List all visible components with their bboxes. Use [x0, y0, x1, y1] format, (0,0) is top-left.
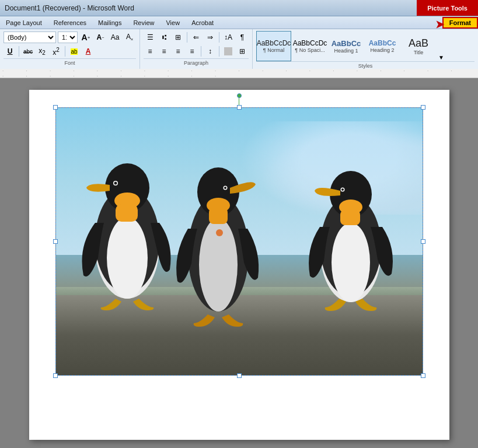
styles-section: AaBbCcDc ¶ Normal AaBbCcDc ¶ No Spaci...…: [253, 29, 478, 69]
font-grow-btn[interactable]: A+: [79, 31, 92, 44]
shading-btn[interactable]: [222, 45, 235, 58]
bullets-icon: ☰: [147, 33, 153, 41]
handle-top-right[interactable]: [421, 105, 425, 110]
font-size-combo[interactable]: 11: [58, 32, 78, 43]
bold-btn[interactable]: U: [4, 45, 16, 58]
title-bar: Document1 (Recovered) - Microsoft Word P…: [0, 0, 478, 16]
pilcrow-icon: ¶: [240, 33, 244, 41]
format-tab-label: Format: [449, 19, 471, 26]
handle-bottom-center[interactable]: [237, 373, 242, 378]
font-color-icon: A: [86, 47, 91, 55]
document-wrapper[interactable]: [0, 78, 478, 448]
font-section-label: Font: [4, 58, 136, 67]
style-no-spacing-preview: AaBbCcDc: [293, 39, 327, 47]
para-row2: ≡ ≡ ≡ ≡ ↕ ⊞: [144, 45, 249, 58]
handle-mid-right[interactable]: [421, 239, 425, 244]
clear-formatting-btn[interactable]: A×: [123, 31, 136, 44]
style-no-spacing-label: ¶ No Spaci...: [295, 47, 325, 53]
format-text-icon: Aa: [111, 33, 120, 41]
handle-bottom-right[interactable]: [421, 373, 425, 378]
font-shrink-btn[interactable]: A−: [94, 31, 107, 44]
style-normal-preview: AaBbCcDc: [257, 39, 291, 47]
show-marks-btn[interactable]: ¶: [236, 31, 249, 44]
para-row1: ☰ ⑆ ⊞ ⇐ ⇒ ↕A ¶: [144, 31, 249, 44]
bold-icon: U: [8, 47, 13, 55]
superscript-btn[interactable]: x2: [50, 45, 62, 58]
decrease-indent-btn[interactable]: ⇐: [190, 31, 203, 44]
font-section: (Body) 11 A+ A− Aa A×: [0, 29, 140, 69]
strikethrough-icon: abc: [23, 48, 33, 55]
handle-bottom-left[interactable]: [53, 373, 58, 378]
sort-btn[interactable]: ↕A: [222, 31, 235, 44]
sep4: [219, 32, 219, 43]
highlight-icon: ab: [71, 48, 77, 55]
font-name-combo[interactable]: (Body): [4, 32, 56, 43]
tab-mailings[interactable]: Mailings: [92, 16, 127, 29]
paragraph-section: ☰ ⑆ ⊞ ⇐ ⇒ ↕A ¶: [140, 29, 253, 69]
align-left-icon: ≡: [148, 47, 152, 55]
style-title-preview: AaB: [409, 37, 428, 50]
font-row1: (Body) 11 A+ A− Aa A×: [4, 31, 136, 44]
multilevel-btn[interactable]: ⊞: [172, 31, 184, 44]
tab-view[interactable]: View: [160, 16, 186, 29]
handle-mid-left[interactable]: [53, 239, 58, 244]
borders-btn[interactable]: ⊞: [236, 45, 249, 58]
font-format-btn[interactable]: Aa: [109, 31, 121, 44]
image-frame[interactable]: [55, 107, 423, 376]
multilevel-icon: ⊞: [175, 33, 181, 41]
shrink-icon: A: [97, 33, 102, 41]
align-right-btn[interactable]: ≡: [172, 45, 184, 58]
subscript-icon: x2: [39, 47, 46, 56]
rotate-handle[interactable]: [237, 93, 242, 98]
line-spacing-icon: ↕: [208, 47, 212, 55]
bullets-btn[interactable]: ☰: [144, 31, 156, 44]
shading-icon: [224, 47, 232, 55]
svg-point-7: [114, 182, 117, 185]
picture-tools-tab[interactable]: Picture Tools: [417, 0, 478, 16]
strikethrough-btn[interactable]: abc: [22, 45, 34, 58]
tab-references[interactable]: References: [48, 16, 92, 29]
tab-format[interactable]: Format: [442, 17, 478, 29]
svg-point-15: [216, 229, 223, 236]
style-no-spacing[interactable]: AaBbCcDc ¶ No Spaci...: [292, 31, 327, 61]
penguin-left-svg: [78, 141, 177, 316]
svg-point-18: [332, 223, 370, 302]
style-normal[interactable]: AaBbCcDc ¶ Normal: [256, 31, 291, 61]
sep1: [19, 46, 19, 57]
style-heading2[interactable]: AaBbCc Heading 2: [365, 31, 400, 61]
center-btn[interactable]: ≡: [158, 45, 170, 58]
sep2: [65, 46, 65, 57]
numbering-icon: ⑆: [162, 33, 166, 41]
sep5: [201, 46, 201, 57]
numbering-btn[interactable]: ⑆: [158, 31, 170, 44]
increase-indent-icon: ⇒: [207, 33, 213, 41]
grow-icon: A: [82, 33, 88, 42]
sort-icon: ↕A: [224, 33, 232, 41]
font-color-btn[interactable]: A: [82, 45, 95, 58]
paragraph-section-label: Paragraph: [144, 58, 249, 67]
styles-gallery: AaBbCcDc ¶ Normal AaBbCcDc ¶ No Spaci...…: [256, 31, 474, 61]
tab-acrobat[interactable]: Acrobat: [186, 16, 219, 29]
sep6: [219, 46, 219, 57]
tab-strip: Page Layout References Mailings Review V…: [0, 16, 478, 29]
justify-btn[interactable]: ≡: [186, 45, 198, 58]
style-heading1[interactable]: AaBbCc Heading 1: [329, 31, 364, 61]
handle-top-center[interactable]: [237, 105, 242, 110]
svg-rect-5: [116, 204, 138, 222]
increase-indent-btn[interactable]: ⇒: [204, 31, 217, 44]
style-title[interactable]: AaB Title: [401, 31, 436, 61]
style-title-label: Title: [414, 50, 424, 55]
tab-page-layout[interactable]: Page Layout: [0, 16, 48, 29]
subscript-btn[interactable]: x2: [36, 45, 48, 58]
handle-top-left[interactable]: [53, 105, 58, 110]
penguin-image: [55, 107, 423, 376]
style-heading1-preview: AaBbCc: [332, 39, 361, 48]
font-row2: U abc x2 x2 ab A: [4, 45, 136, 58]
style-heading1-label: Heading 1: [334, 48, 358, 54]
style-normal-label: ¶ Normal: [263, 47, 284, 53]
align-left-btn[interactable]: ≡: [144, 45, 156, 58]
tab-review[interactable]: Review: [127, 16, 160, 29]
line-spacing-btn[interactable]: ↕: [204, 45, 217, 58]
highlight-btn[interactable]: ab: [68, 45, 81, 58]
styles-more-btn[interactable]: ▼: [437, 31, 445, 61]
